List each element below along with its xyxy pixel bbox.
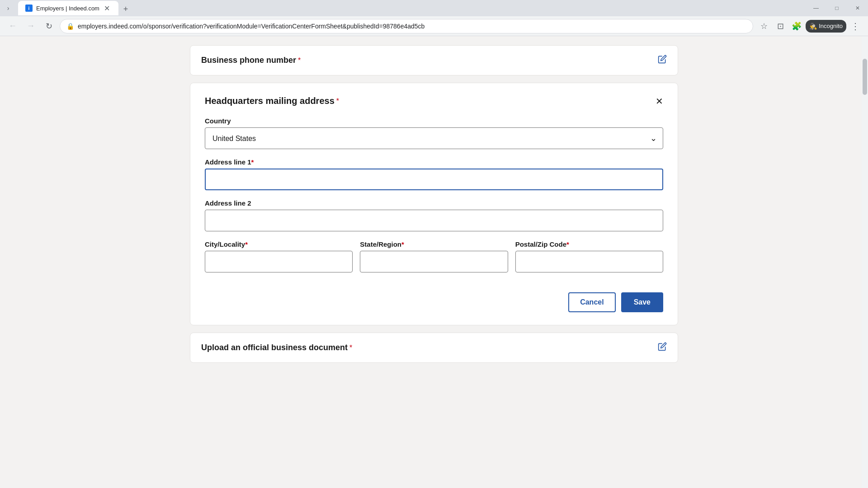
incognito-indicator: 🕵 Incognito — [806, 20, 846, 33]
upload-required-star: * — [349, 344, 352, 352]
bookmark-manager-button[interactable]: ☆ — [757, 19, 771, 33]
incognito-label: Incognito — [819, 23, 843, 29]
city-input[interactable] — [205, 251, 353, 272]
hq-close-button[interactable]: ✕ — [656, 97, 663, 106]
tab-close-button[interactable]: ✕ — [103, 4, 111, 12]
city-state-zip-row: City/Locality* State/Region* Postal/Zip … — [205, 240, 663, 282]
city-label: City/Locality* — [205, 240, 353, 248]
state-field-group: State/Region* — [360, 240, 508, 272]
phone-section: Business phone number * — [190, 45, 678, 75]
form-actions: Cancel Save — [205, 292, 663, 312]
zip-required-star: * — [566, 240, 569, 248]
upload-edit-pencil-icon — [658, 342, 667, 351]
state-required-star: * — [401, 240, 404, 248]
address1-required-star: * — [251, 158, 254, 166]
address1-input[interactable] — [205, 169, 663, 190]
save-button[interactable]: Save — [621, 292, 663, 312]
country-field-group: Country United States Canada United King… — [205, 117, 663, 149]
active-tab[interactable]: i Employers | Indeed.com ✕ — [18, 1, 118, 15]
zip-input[interactable] — [515, 251, 663, 272]
cancel-button[interactable]: Cancel — [568, 292, 615, 312]
lock-icon: 🔒 — [66, 23, 74, 30]
phone-edit-button[interactable] — [658, 55, 667, 66]
new-tab-button[interactable]: + — [119, 3, 132, 15]
hq-section: Headquarters mailing address * ✕ Country… — [190, 83, 678, 325]
maximize-button[interactable]: □ — [826, 0, 847, 16]
tab-title: Employers | Indeed.com — [36, 5, 99, 12]
country-select-wrapper: United States Canada United Kingdom Aust… — [205, 127, 663, 149]
state-label: State/Region* — [360, 240, 508, 248]
refresh-button[interactable]: ↻ — [42, 19, 56, 33]
address2-input[interactable] — [205, 210, 663, 231]
country-select[interactable]: United States Canada United Kingdom Aust… — [205, 127, 663, 149]
back-button[interactable]: ← — [5, 19, 20, 33]
phone-section-title: Business phone number — [201, 56, 296, 65]
country-label: Country — [205, 117, 663, 125]
tab-list-arrow[interactable]: › — [4, 4, 13, 13]
address2-label: Address line 2 — [205, 199, 663, 207]
upload-section-title: Upload an official business document — [201, 343, 348, 352]
city-field-group: City/Locality* — [205, 240, 353, 272]
window-close-button[interactable]: ✕ — [847, 0, 868, 16]
hq-required-star: * — [336, 97, 339, 105]
menu-button[interactable]: ⋮ — [848, 19, 863, 33]
upload-edit-button[interactable] — [658, 342, 667, 353]
url-text: employers.indeed.com/o/sponsor/verificat… — [78, 23, 425, 30]
upload-section: Upload an official business document * — [190, 333, 678, 363]
scrollbar-track — [862, 36, 868, 488]
forward-button[interactable]: → — [24, 19, 38, 33]
tab-favicon: i — [25, 5, 33, 12]
address-bar[interactable]: 🔒 employers.indeed.com/o/sponsor/verific… — [60, 19, 753, 33]
extensions-button[interactable]: 🧩 — [789, 19, 804, 33]
state-input[interactable] — [360, 251, 508, 272]
address2-field-group: Address line 2 — [205, 199, 663, 231]
bookmark-star-button[interactable]: ⊡ — [773, 19, 788, 33]
phone-required-star: * — [298, 56, 301, 65]
minimize-button[interactable]: — — [806, 0, 826, 16]
city-required-star: * — [245, 240, 248, 248]
address1-label: Address line 1* — [205, 158, 663, 166]
zip-field-group: Postal/Zip Code* — [515, 240, 663, 272]
scrollbar-thumb[interactable] — [863, 59, 867, 95]
edit-pencil-icon — [658, 55, 667, 64]
hq-section-title: Headquarters mailing address — [205, 96, 335, 106]
address1-field-group: Address line 1* — [205, 158, 663, 190]
zip-label: Postal/Zip Code* — [515, 240, 663, 248]
